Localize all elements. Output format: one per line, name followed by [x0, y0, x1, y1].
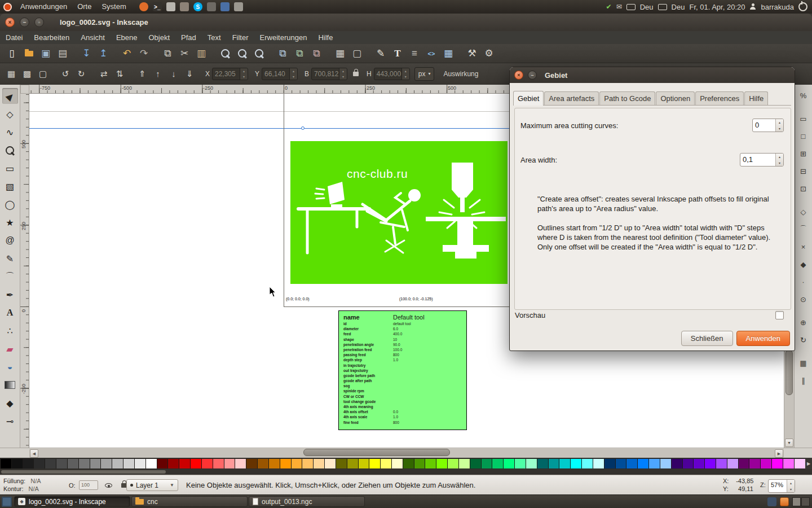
palette-swatch[interactable]	[202, 459, 213, 468]
panel-menu-anwendungen[interactable]: Anwendungen	[15, 0, 72, 14]
power-icon[interactable]	[798, 2, 807, 11]
spray-tool[interactable]: ∴	[2, 323, 18, 339]
raise-icon[interactable]: ↑	[151, 67, 165, 81]
flip-horizontal-icon[interactable]: ⇄	[97, 67, 111, 81]
palette-swatch[interactable]	[638, 459, 649, 468]
logo-drawing[interactable]: cnc-club.ru	[290, 141, 508, 284]
fill-stroke-icon[interactable]: ✎	[373, 46, 388, 61]
menu-bearbeiten[interactable]: Bearbeiten	[28, 31, 75, 44]
taskbar-item-logo-0002-svg-inkscape[interactable]: ◆logo_0002.svg - Inkscape	[14, 496, 130, 507]
preferences-icon[interactable]: ⚒	[465, 46, 479, 61]
palette-swatch[interactable]	[559, 459, 571, 468]
xml-editor-icon[interactable]: <>	[424, 46, 439, 61]
palette-scrollbar-thumb[interactable]	[1, 470, 166, 474]
group-icon[interactable]: ▦	[333, 46, 347, 61]
dialog-titlebar[interactable]: × – Gebiet	[510, 67, 795, 83]
clock[interactable]: Fr, 01. Apr, 20:20	[689, 3, 745, 11]
keyring-icon[interactable]	[207, 2, 216, 11]
palette-swatch[interactable]	[336, 459, 347, 468]
palette-swatch[interactable]	[34, 459, 45, 468]
ruler-left[interactable]: 5002500-250	[20, 94, 29, 448]
snap-bbox-center-icon[interactable]: ⊡	[797, 182, 810, 195]
palette-swatch[interactable]	[347, 459, 359, 468]
palette-swatch[interactable]	[749, 459, 761, 468]
opacity-input[interactable]: 100	[79, 480, 98, 490]
snap-object-center-icon[interactable]: ⊕	[797, 316, 810, 329]
menu-hilfe[interactable]: Hilfe	[312, 31, 338, 44]
palette-swatch[interactable]	[425, 459, 436, 468]
menu-pfad[interactable]: Pfad	[175, 31, 202, 44]
snap-rotation-center-icon[interactable]: ↻	[797, 334, 810, 346]
dropper-tool[interactable]: ◆	[2, 395, 18, 411]
palette-swatch[interactable]	[45, 459, 56, 468]
palette-swatch[interactable]	[269, 459, 280, 468]
max-area-curves-input[interactable]: 0 ▴▾	[752, 119, 784, 132]
select-all-icon[interactable]: ▦	[5, 67, 18, 81]
window-maximize-icon[interactable]: ▫	[34, 17, 44, 27]
tab-preferences[interactable]: Preferences	[695, 91, 744, 105]
import-icon[interactable]: ↧	[79, 46, 94, 61]
palette-swatch[interactable]	[325, 459, 336, 468]
unit-select[interactable]: px▾	[414, 67, 435, 81]
selector-tool[interactable]: ▶	[2, 88, 18, 104]
tab-gebiet[interactable]: Gebiet	[513, 91, 544, 106]
palette-swatch[interactable]	[258, 459, 269, 468]
palette-swatch[interactable]	[549, 459, 560, 468]
lock-ratio-icon[interactable]	[353, 72, 359, 76]
keyboard-layout-1[interactable]: Deu	[640, 3, 654, 11]
palette-swatch[interactable]	[694, 459, 705, 468]
snap-preferences-icon[interactable]: ⚙	[482, 46, 496, 61]
keyboard-layout-icon-2[interactable]	[658, 4, 667, 10]
redo-icon[interactable]: ↷	[136, 46, 151, 61]
enable-snap-icon[interactable]: %	[797, 89, 810, 102]
palette-swatch[interactable]	[381, 459, 392, 468]
palette-swatch[interactable]	[179, 459, 191, 468]
terminal-icon[interactable]: >_	[153, 2, 162, 11]
save-icon[interactable]: ▣	[38, 46, 53, 61]
palette-swatch[interactable]	[537, 459, 549, 468]
dialog-close-icon[interactable]: ×	[514, 71, 523, 80]
palette-swatch[interactable]	[302, 459, 314, 468]
duplicate-icon[interactable]: ⧉	[275, 46, 290, 61]
snap-grid-icon[interactable]: ▦	[797, 357, 810, 369]
ubuntu-menu-icon[interactable]	[3, 3, 12, 11]
snap-bbox-icon[interactable]: ▭	[797, 112, 810, 125]
window-minimize-icon[interactable]: –	[20, 17, 29, 27]
bucket-tool[interactable]: ◒	[2, 359, 18, 375]
tweak-tool[interactable]: ∿	[2, 124, 18, 140]
scroll-down-icon[interactable]: ▼	[785, 439, 793, 447]
menu-text[interactable]: Text	[202, 31, 227, 44]
palette-swatch[interactable]	[213, 459, 224, 468]
ellipse-tool[interactable]: ◯	[2, 196, 18, 212]
tools-icon[interactable]	[234, 2, 243, 11]
guide-anchor[interactable]	[301, 126, 304, 130]
palette-swatch[interactable]	[12, 459, 23, 468]
palette-swatch[interactable]	[727, 459, 739, 468]
tray-icon-1[interactable]	[767, 497, 776, 506]
text-tool[interactable]: A	[2, 305, 18, 321]
menu-filter[interactable]: Filter	[227, 31, 254, 44]
node-tool[interactable]: ◇	[2, 106, 18, 122]
horizontal-scrollbar-thumb[interactable]	[303, 449, 450, 456]
snap-nodes-icon[interactable]: ◇	[797, 205, 810, 218]
palette-swatch[interactable]	[359, 459, 370, 468]
raise-to-top-icon[interactable]: ⇑	[135, 67, 149, 81]
tab-path-to-gcode[interactable]: Path to Gcode	[599, 91, 655, 105]
updates-ok-icon[interactable]: ✔	[606, 3, 612, 11]
palette-swatch[interactable]	[626, 459, 638, 468]
menu-erweiterungen[interactable]: Erweiterungen	[254, 31, 313, 44]
lower-icon[interactable]: ↓	[167, 67, 180, 81]
box3d-tool[interactable]: ▧	[2, 178, 18, 194]
select-all-layers-icon[interactable]: ▩	[20, 67, 34, 81]
palette-swatch[interactable]	[515, 459, 526, 468]
palette-swatch[interactable]	[772, 459, 783, 468]
snap-path-icon[interactable]: ⌒	[797, 223, 810, 235]
rotate-ccw-icon[interactable]: ↺	[59, 67, 72, 81]
palette-swatch[interactable]	[739, 459, 750, 468]
calligraphy-tool[interactable]: ✒	[2, 287, 18, 303]
palette-swatch[interactable]	[90, 459, 102, 468]
snap-cusp-node-icon[interactable]: ◆	[797, 258, 810, 270]
zoom-input[interactable]: 57% ▴▾	[768, 479, 795, 493]
palette-swatch[interactable]	[660, 459, 672, 468]
palette-swatch[interactable]	[470, 459, 482, 468]
